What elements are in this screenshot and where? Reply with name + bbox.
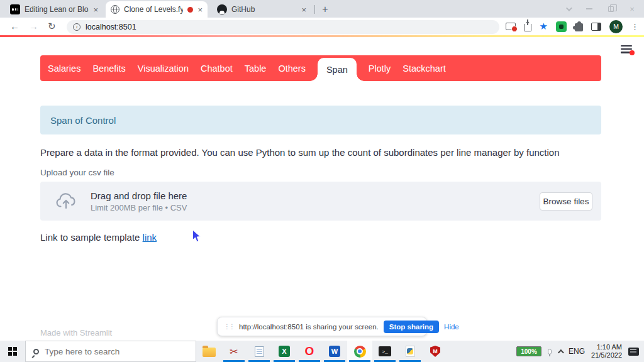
- clock-date: 21/5/2022: [591, 351, 622, 359]
- browser-menu-icon[interactable]: ⋮: [631, 22, 639, 31]
- tab-salaries[interactable]: Salaries: [48, 63, 80, 74]
- refresh-button[interactable]: ↻: [48, 21, 56, 32]
- tab-title: GitHub: [231, 5, 297, 14]
- browser-address-bar: ← → ↻ i localhost:8501 ★ M ⋮: [0, 18, 644, 35]
- cloud-upload-icon: [54, 192, 78, 211]
- sample-template-text: Link to sample template: [40, 232, 143, 243]
- restore-icon: [608, 6, 614, 12]
- screen-sharing-bar: ⋮⋮ http://localhost:8501 is sharing your…: [217, 317, 427, 336]
- made-with-streamlit: Made with Streamlit: [40, 328, 112, 337]
- streamlit-page: Salaries Benefits Visualization Chatbot …: [0, 37, 644, 341]
- extensions-puzzle-icon[interactable]: [575, 23, 583, 31]
- tab-sharing-icon[interactable]: [506, 23, 516, 30]
- taskbar-opera[interactable]: O: [297, 341, 322, 362]
- tab-plotly[interactable]: Plotly: [369, 63, 391, 74]
- language-indicator[interactable]: ENG: [569, 347, 585, 356]
- browser-tab-github[interactable]: GitHub ×: [212, 1, 311, 18]
- restore-button[interactable]: [600, 0, 621, 18]
- windows-logo-icon: [8, 347, 18, 356]
- start-button[interactable]: [0, 341, 25, 362]
- taskbar-word[interactable]: W: [322, 341, 347, 362]
- taskbar-search[interactable]: [25, 341, 196, 362]
- mcafee-icon: M: [430, 346, 440, 357]
- clock-time: 1:10 AM: [597, 343, 622, 351]
- tab-table[interactable]: Table: [245, 63, 267, 74]
- close-icon[interactable]: ×: [197, 6, 203, 14]
- opera-icon: O: [305, 344, 314, 358]
- back-button[interactable]: ←: [10, 21, 19, 31]
- app-nav-bar: Salaries Benefits Visualization Chatbot …: [40, 55, 601, 81]
- new-tab-button[interactable]: +: [318, 3, 332, 16]
- tab-divider: [314, 5, 315, 14]
- intro-text: Prepare a data in the format provided. Y…: [40, 147, 594, 158]
- search-input[interactable]: [45, 347, 158, 356]
- hide-sharing-link[interactable]: Hide: [444, 323, 459, 331]
- info-box: Span of Control: [40, 106, 601, 134]
- address-bar-icons: ★ M ⋮: [506, 18, 639, 35]
- forward-button[interactable]: →: [29, 21, 38, 31]
- mouse-cursor: [192, 229, 201, 243]
- close-window-button[interactable]: ×: [621, 0, 643, 18]
- taskbar-notepad[interactable]: [247, 341, 272, 362]
- clock[interactable]: 1:10 AM 21/5/2022: [591, 343, 622, 359]
- battery-indicator[interactable]: 100%: [516, 346, 541, 356]
- tab-title: Editing Lean or Bloated Organiza: [25, 5, 89, 14]
- menu-notification-dot: [630, 50, 635, 55]
- drag-handle-icon[interactable]: ⋮⋮: [224, 323, 234, 330]
- search-icon: [33, 349, 39, 354]
- url-bar[interactable]: i localhost:8501: [67, 20, 499, 34]
- tab-title: Clone of Levels.fyi: [124, 5, 183, 14]
- snipping-tool-icon: ✂: [230, 346, 238, 358]
- taskbar-mcafee[interactable]: M: [423, 341, 448, 362]
- excel-icon: X: [279, 346, 290, 357]
- file-explorer-icon: [203, 348, 216, 357]
- sidebar-icon[interactable]: [591, 23, 601, 31]
- minimize-button[interactable]: [579, 0, 600, 18]
- sample-template-link[interactable]: link: [143, 232, 157, 243]
- close-icon[interactable]: ×: [301, 6, 306, 14]
- browse-files-button[interactable]: Browse files: [540, 192, 592, 211]
- tab-search-button[interactable]: [557, 0, 579, 18]
- screen: Editing Lean or Bloated Organiza × Clone…: [0, 0, 644, 362]
- tab-others[interactable]: Others: [278, 63, 306, 74]
- action-center-icon[interactable]: [628, 348, 639, 356]
- sample-template-line: Link to sample template link: [40, 232, 157, 243]
- url-text[interactable]: localhost:8501: [86, 23, 136, 31]
- python-file-icon: [406, 346, 415, 357]
- browser-tab-active[interactable]: Clone of Levels.fyi ×: [106, 1, 208, 18]
- taskbar-chrome[interactable]: [347, 341, 372, 362]
- streamlit-menu-button[interactable]: [621, 45, 632, 53]
- tab-stackchart[interactable]: Stackchart: [402, 63, 446, 74]
- taskbar-file-explorer[interactable]: [196, 341, 221, 362]
- recording-dot-icon: [187, 7, 193, 13]
- minimize-icon: [586, 8, 592, 9]
- taskbar-python[interactable]: [397, 341, 423, 362]
- sharing-message: http://localhost:8501 is sharing your sc…: [239, 323, 379, 331]
- info-box-text: Span of Control: [50, 115, 116, 126]
- windows-taskbar: ✂ X O W >_ M 100% ENG 1:10 AM 21/5/2022: [0, 341, 644, 362]
- chevron-up-icon[interactable]: [558, 349, 564, 355]
- globe-icon: [111, 5, 119, 14]
- stop-sharing-button[interactable]: Stop sharing: [384, 321, 439, 333]
- share-icon[interactable]: [524, 24, 531, 31]
- system-tray: 100% ENG 1:10 AM 21/5/2022: [516, 341, 644, 362]
- uploader-title: Drag and drop file here: [91, 190, 187, 201]
- tab-visualization[interactable]: Visualization: [138, 63, 189, 74]
- uploader-texts: Drag and drop file here Limit 200MB per …: [91, 190, 187, 212]
- taskbar-terminal[interactable]: >_: [372, 341, 397, 362]
- browser-tab-medium[interactable]: Editing Lean or Bloated Organiza ×: [5, 1, 103, 18]
- file-uploader-dropzone[interactable]: Drag and drop file here Limit 200MB per …: [40, 182, 601, 221]
- chrome-icon: [354, 346, 366, 358]
- taskbar-excel[interactable]: X: [272, 341, 297, 362]
- profile-avatar[interactable]: M: [609, 20, 623, 33]
- medium-icon: [10, 4, 20, 14]
- taskbar-snipping-tool[interactable]: ✂: [221, 341, 247, 362]
- tab-span-active[interactable]: Span: [318, 58, 357, 81]
- tab-chatbot[interactable]: Chatbot: [201, 63, 233, 74]
- site-info-icon[interactable]: i: [73, 23, 80, 31]
- tab-benefits[interactable]: Benefits: [92, 63, 125, 74]
- mic-icon[interactable]: [548, 349, 552, 354]
- bookmark-star-icon[interactable]: ★: [540, 21, 548, 32]
- extension-green-icon[interactable]: [556, 21, 567, 32]
- close-icon[interactable]: ×: [93, 6, 98, 14]
